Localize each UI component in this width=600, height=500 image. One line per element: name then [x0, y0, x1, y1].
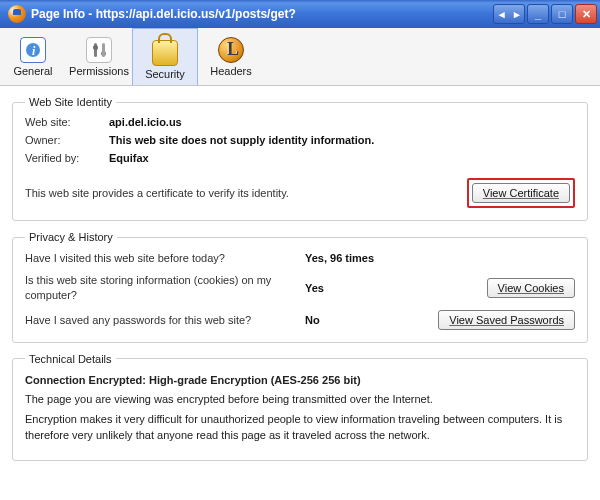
- technical-line1: The page you are viewing was encrypted b…: [25, 392, 575, 408]
- privacy-legend: Privacy & History: [25, 231, 117, 243]
- maximize-icon: □: [559, 9, 566, 20]
- website-label: Web site:: [25, 116, 109, 128]
- identity-legend: Web Site Identity: [25, 96, 116, 108]
- tab-security-label: Security: [145, 68, 185, 80]
- tab-headers-label: Headers: [210, 65, 252, 77]
- view-certificate-highlight: View Certificate: [467, 178, 575, 208]
- tab-security[interactable]: Security: [132, 28, 198, 85]
- identity-footer: This web site provides a certificate to …: [25, 178, 575, 208]
- tab-general-label: General: [13, 65, 52, 77]
- tab-general[interactable]: General: [0, 28, 66, 85]
- technical-legend: Technical Details: [25, 353, 116, 365]
- technical-body: Connection Encrypted: High-grade Encrypt…: [25, 373, 575, 444]
- minimize-icon: _: [535, 9, 541, 20]
- visited-label: Have I visited this web site before toda…: [25, 251, 305, 265]
- tab-permissions-label: Permissions: [69, 65, 129, 77]
- technical-heading: Connection Encrypted: High-grade Encrypt…: [25, 373, 575, 389]
- view-certificate-button[interactable]: View Certificate: [472, 183, 570, 203]
- maximize-button[interactable]: □: [551, 4, 573, 24]
- tab-permissions[interactable]: Permissions: [66, 28, 132, 85]
- passwords-value: No: [305, 314, 405, 326]
- chevron-right-icon: ▸: [514, 9, 520, 20]
- owner-value: This web site does not supply identity i…: [109, 134, 575, 146]
- technical-group: Technical Details Connection Encrypted: …: [12, 353, 588, 461]
- tab-headers[interactable]: Headers: [198, 28, 264, 85]
- identity-grid: Web site: api.del.icio.us Owner: This we…: [25, 116, 575, 164]
- website-value: api.del.icio.us: [109, 116, 575, 128]
- view-cookies-button[interactable]: View Cookies: [487, 278, 575, 298]
- minimize-button[interactable]: _: [527, 4, 549, 24]
- verified-label: Verified by:: [25, 152, 109, 164]
- identity-group: Web Site Identity Web site: api.del.icio…: [12, 96, 588, 221]
- cookies-label: Is this web site storing information (co…: [25, 273, 305, 302]
- verified-value: Equifax: [109, 152, 575, 164]
- privacy-group: Privacy & History Have I visited this we…: [12, 231, 588, 343]
- title-url: https://api.del.icio.us/v1/posts/get?: [96, 7, 296, 21]
- visited-value: Yes, 96 times: [305, 252, 405, 264]
- app-icon: [8, 5, 26, 23]
- view-passwords-button[interactable]: View Saved Passwords: [438, 310, 575, 330]
- window-titlebar: Page Info - https://api.del.icio.us/v1/p…: [0, 0, 600, 28]
- content-area: Web Site Identity Web site: api.del.icio…: [0, 86, 600, 500]
- window-controls: ◂ ▸ _ □ ✕: [493, 4, 597, 24]
- passwords-label: Have I saved any passwords for this web …: [25, 313, 305, 327]
- close-button[interactable]: ✕: [575, 4, 597, 24]
- chevron-left-icon: ◂: [499, 9, 505, 20]
- sliders-icon: [86, 37, 112, 63]
- privacy-grid: Have I visited this web site before toda…: [25, 251, 575, 330]
- lock-icon: [152, 40, 178, 66]
- window-title: Page Info - https://api.del.icio.us/v1/p…: [31, 7, 493, 21]
- nav-pair-button[interactable]: ◂ ▸: [493, 4, 525, 24]
- technical-line2: Encryption makes it very difficult for u…: [25, 412, 575, 444]
- category-toolbar: General Permissions Security Headers: [0, 28, 600, 86]
- title-prefix: Page Info -: [31, 7, 92, 21]
- headers-icon: [218, 37, 244, 63]
- info-icon: [20, 37, 46, 63]
- cookies-value: Yes: [305, 282, 405, 294]
- owner-label: Owner:: [25, 134, 109, 146]
- close-icon: ✕: [582, 9, 591, 20]
- certificate-msg: This web site provides a certificate to …: [25, 187, 289, 199]
